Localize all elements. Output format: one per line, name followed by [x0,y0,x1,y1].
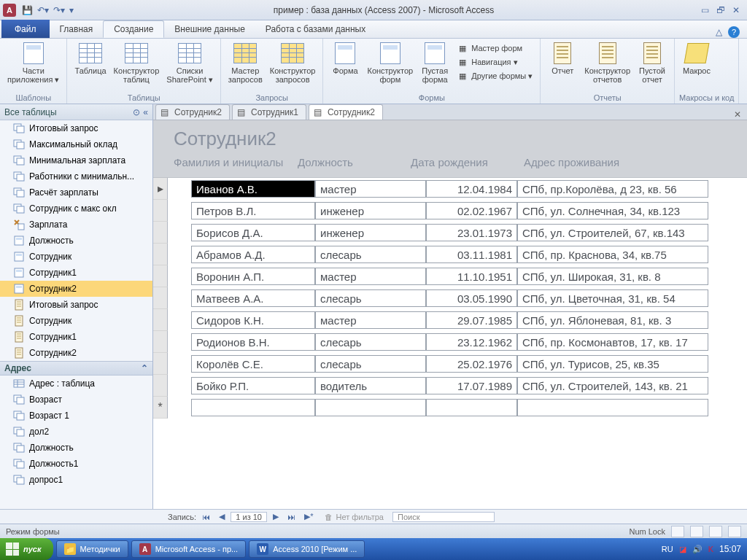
cell[interactable]: СПб, пр. Краснова, 34, кв.75 [517,246,708,263]
cell[interactable]: 17.07.1989 [426,377,517,394]
tray-av-icon[interactable]: K [708,545,713,553]
row-selector[interactable] [153,222,168,244]
ribbon-btn[interactable]: Конструкторформ [364,40,416,85]
cell[interactable]: слесарь [315,289,426,307]
cell[interactable]: мастер [315,180,426,198]
sidebar-item-Итоговый запрос[interactable]: Итоговый запрос [0,120,152,136]
start-button[interactable]: пуск [0,538,53,560]
sidebar-item-Должность[interactable]: Должность [0,440,152,456]
ribbon-small-btn[interactable]: ▦Другие формы ▾ [454,69,535,82]
ribbon-btn[interactable]: Мастерзапросов [225,40,266,85]
tray-kaspersky-icon[interactable]: ◪ [679,545,686,554]
row-selector[interactable] [153,353,168,375]
sidebar-item-Итоговый запрос[interactable]: Итоговый запрос [0,297,152,313]
save-icon[interactable]: 💾 [22,5,33,15]
cell[interactable]: СПб, ул. Турисов, 25, кв.35 [517,355,708,373]
ribbon-small-btn[interactable]: ▦Навигация ▾ [454,55,535,69]
cell[interactable]: 23.12.1962 [426,333,517,351]
cell[interactable]: Воронин А.П. [191,268,315,285]
cell[interactable]: СПб, ул. Яблоневая, 81, кв. 3 [517,311,708,329]
ribbon-btn[interactable]: Таблица [71,40,109,77]
sidebar-item-Сотрудник1[interactable]: Сотрудник1 [0,265,152,281]
cell[interactable]: Петров В.Л. [191,202,315,219]
document-tab[interactable]: ▤Сотрудник1 [232,104,306,120]
taskbar-button[interactable]: WAccess 2010 [Режим ... [249,540,365,558]
cell[interactable]: слесарь [315,333,426,351]
cell[interactable]: Сидоров К.Н. [191,311,315,329]
cell[interactable]: Королёв С.Е. [191,355,315,373]
last-record-icon[interactable]: ⏭ [285,513,298,521]
sidebar-item-Зарплата[interactable]: Зарплата [0,217,152,233]
sidebar-item-Адрес : таблица[interactable]: Адрес : таблица [0,376,152,392]
cell[interactable]: Матвеев А.А. [191,289,315,307]
cell[interactable] [315,399,426,416]
row-selector[interactable]: ▸ [153,178,168,200]
cell[interactable]: 25.02.1976 [426,355,517,373]
ribbon-btn[interactable]: Отчет [545,40,580,77]
cell[interactable]: СПб, ул. Строителей, 67, кв.143 [517,224,708,241]
cell[interactable]: 29.07.1985 [426,311,517,329]
cell[interactable]: слесарь [315,246,426,263]
first-record-icon[interactable]: ⏮ [199,513,213,521]
cell[interactable]: 03.11.1981 [426,246,517,263]
ribbon-btn[interactable]: Конструкторзапросов [267,40,319,85]
ribbon-btn[interactable]: Макрос [679,40,714,77]
sidebar-item-Возраст[interactable]: Возраст [0,392,152,408]
sidebar-item-Работники с минимальн...[interactable]: Работники с минимальн... [0,168,152,184]
sidebar-item-Возраст 1[interactable]: Возраст 1 [0,408,152,424]
lang-indicator[interactable]: RU [662,545,673,553]
tab-file[interactable]: Файл [1,20,50,38]
close-document-icon[interactable]: ✕ [728,109,747,120]
cell[interactable]: СПб, ул. Широкая, 31, кв. 8 [517,268,708,285]
cell[interactable]: 11.10.1951 [426,268,517,285]
tab-Главная[interactable]: Главная [50,20,104,38]
tab-Внешние данные[interactable]: Внешние данные [164,20,255,38]
cell[interactable]: Иванов А.В. [191,180,315,198]
view-datasheet-icon[interactable] [690,526,703,537]
cell[interactable]: СПб, ул. Строителей, 143, кв. 21 [517,377,708,394]
document-tab[interactable]: ▤Сотрудник2 [309,104,383,120]
sidebar-item-Расчёт зарплаты[interactable]: Расчёт зарплаты [0,184,152,201]
document-tab[interactable]: ▤Сотрудник2 [155,104,230,120]
cell[interactable]: СПб, ул. Цветочная, 31, кв. 54 [517,289,708,307]
cell[interactable]: мастер [315,311,426,329]
ribbon-btn[interactable]: Пустаяформа [417,40,452,85]
sidebar-item-Сотрудник2[interactable]: Сотрудник2 [0,281,152,297]
sidebar-item-Сотрудник с макс окл[interactable]: Сотрудник с макс окл [0,201,152,217]
cell[interactable]: СПб, ул. Солнечная, 34, кв.123 [517,202,708,219]
cell[interactable]: инженер [315,202,426,219]
cell[interactable]: Абрамов А.Д. [191,246,315,263]
tab-Создание[interactable]: Создание [103,20,164,38]
sidebar-item-дол2[interactable]: дол2 [0,424,152,440]
view-design-icon[interactable] [728,526,741,537]
cell[interactable]: Родионов В.Н. [191,333,315,351]
ribbon-btn[interactable]: Конструктортаблиц [111,40,163,85]
cell[interactable]: Борисов Д.А. [191,224,315,241]
ribbon-btn[interactable]: Конструкторотчетов [581,40,633,85]
row-selector[interactable] [153,287,168,309]
taskbar-button[interactable]: 📁Методички [56,540,128,558]
minimize-icon[interactable]: ▭ [701,5,709,15]
next-record-icon[interactable]: ▶ [270,512,282,521]
maximize-icon[interactable]: 🗗 [716,5,725,15]
nav-collapse-icon[interactable]: « [143,107,148,117]
sidebar-item-допрос1[interactable]: допрос1 [0,472,152,488]
sidebar-item-Должность[interactable]: Должность [0,233,152,249]
cell[interactable]: Бойко Р.П. [191,377,315,394]
ribbon-btn[interactable]: Форма [328,40,363,77]
sidebar-item-Должность1[interactable]: Должность1 [0,456,152,472]
sidebar-item-Сотрудник2[interactable]: Сотрудник2 [0,345,152,361]
new-row-selector[interactable]: * [153,397,168,419]
cell[interactable] [517,399,708,416]
cell[interactable]: СПб, пр. Космонавтов, 17, кв. 17 [517,333,708,351]
clock[interactable]: 15:07 [719,544,741,554]
row-selector[interactable] [153,265,168,287]
sidebar-item-Максимальный оклад[interactable]: Максимальный оклад [0,136,152,152]
sidebar-item-Сотрудник1[interactable]: Сотрудник1 [0,329,152,345]
sidebar-item-Сотрудник[interactable]: Сотрудник [0,313,152,329]
nav-group-header[interactable]: Адрес⌃ [0,361,152,376]
cell[interactable] [191,399,315,416]
cell[interactable]: мастер [315,268,426,285]
ribbon-btn[interactable]: СпискиSharePoint ▾ [163,40,215,85]
cell[interactable]: 12.04.1984 [426,180,517,198]
